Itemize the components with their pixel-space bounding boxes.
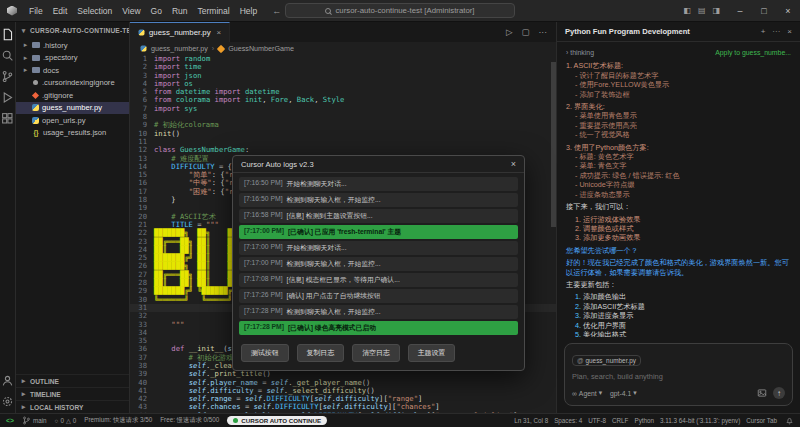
menu-file[interactable]: File bbox=[24, 4, 48, 18]
section-timeline[interactable]: ▸TIMELINE bbox=[16, 387, 129, 400]
json-file-icon: {} bbox=[32, 129, 40, 136]
menu-view[interactable]: View bbox=[117, 4, 145, 18]
menu-go[interactable]: Go bbox=[146, 4, 167, 18]
file-item-.history[interactable]: ▸.history bbox=[16, 39, 129, 52]
context-chip[interactable]: @ guess_number.py bbox=[572, 355, 641, 366]
status-3-11-3-64-bit-3-11-3-pyenv[interactable]: 3.11.3 64-bit ('3.11.3': pyenv) bbox=[660, 417, 740, 424]
log-row-10: [7:17:28 PM][已确认] 绿色高亮模式已启动 bbox=[239, 321, 518, 335]
file-item-.cursorindexingignore[interactable]: .cursorindexingignore bbox=[16, 77, 129, 90]
section-outline[interactable]: ▸OUTLINE bbox=[16, 374, 129, 387]
menu-run[interactable]: Run bbox=[167, 4, 193, 18]
log-timestamp: [7:17:26 PM] bbox=[244, 291, 283, 301]
chat-list-item: - Unicode字符点缀 bbox=[566, 180, 791, 189]
log-row-1: [7:16:50 PM]开始检测聊天对话... bbox=[239, 177, 518, 191]
file-item-open_urls.py[interactable]: open_urls.py bbox=[16, 114, 129, 127]
close-window-button[interactable]: × bbox=[776, 0, 800, 22]
git-file-icon bbox=[32, 92, 39, 99]
apply-to-file-button[interactable]: Apply to guess_numbe... bbox=[715, 48, 791, 57]
dialog-title: Cursor Auto logs v2.3 bbox=[241, 160, 314, 169]
log-row-2: [7:16:50 PM]检测到聊天输入框，开始监控... bbox=[239, 193, 518, 207]
settings-gear-icon[interactable] bbox=[1, 394, 14, 407]
source-control-icon[interactable] bbox=[1, 69, 14, 82]
file-item-.gitignore[interactable]: .gitignore bbox=[16, 89, 129, 102]
file-item-.specstory[interactable]: ▸.specstory bbox=[16, 52, 129, 65]
log-timestamp: [7:16:50 PM] bbox=[244, 195, 283, 205]
remote-indicator[interactable]: <> bbox=[6, 417, 14, 424]
command-search[interactable]: cursor-auto-continue-test [Administrator… bbox=[285, 3, 515, 18]
toggle-panel-icon[interactable]: ◧ bbox=[683, 6, 691, 15]
code-line-10[interactable]: 10init() bbox=[130, 130, 556, 138]
chat-close-icon[interactable]: × bbox=[787, 27, 792, 36]
toggle-layout-icon[interactable]: ▤ bbox=[698, 6, 706, 15]
dialog-button-2[interactable]: 复制日志 bbox=[297, 344, 345, 362]
python-file-icon bbox=[32, 104, 39, 111]
nav-back-icon[interactable]: ← bbox=[272, 6, 281, 16]
status-ln-31-col-8[interactable]: Ln 31, Col 8 bbox=[514, 417, 548, 424]
run-debug-icon[interactable] bbox=[1, 90, 14, 103]
new-chat-icon[interactable]: + bbox=[761, 27, 766, 36]
log-timestamp: [7:17:28 PM] bbox=[244, 323, 284, 333]
file-item-docs[interactable]: ▸docs bbox=[16, 64, 129, 77]
attach-image-icon[interactable] bbox=[757, 388, 767, 399]
chevron-right-icon: ▸ bbox=[20, 390, 27, 398]
status-utf-8[interactable]: UTF-8 bbox=[588, 417, 606, 424]
search-icon[interactable] bbox=[1, 48, 14, 61]
code-line-3[interactable]: 3import json bbox=[130, 72, 556, 80]
file-item-usage_results.json[interactable]: {}usage_results.json bbox=[16, 127, 129, 140]
agent-mode-dropdown[interactable]: ∞ Agent ▾ bbox=[572, 389, 602, 397]
menu-help[interactable]: Help bbox=[235, 4, 262, 18]
menu-edit[interactable]: Edit bbox=[48, 4, 73, 18]
status-python[interactable]: Python bbox=[634, 417, 654, 424]
git-branch[interactable]: main bbox=[22, 416, 47, 425]
menu-selection[interactable]: Selection bbox=[72, 4, 117, 18]
dialog-button-4[interactable]: 主题设置 bbox=[408, 344, 456, 362]
close-tab-icon[interactable]: × bbox=[217, 28, 222, 37]
free-usage[interactable]: Free: 慢速请求 0/500 bbox=[160, 416, 219, 425]
breadcrumb-symbol[interactable]: GuessNumberGame bbox=[228, 44, 294, 53]
run-file-icon[interactable]: ▷ bbox=[506, 27, 513, 37]
maximize-button[interactable]: □ bbox=[752, 0, 776, 22]
model-dropdown[interactable]: gpt-4.1 ▾ bbox=[610, 389, 637, 397]
breadcrumb[interactable]: guess_number.py › GuessNumberGame bbox=[130, 42, 556, 55]
status-crlf[interactable]: CRLF bbox=[612, 417, 628, 424]
editor-scrollbar[interactable] bbox=[551, 55, 556, 413]
editor-more-icon[interactable]: ··· bbox=[539, 27, 548, 37]
chat-section-title: 2. 界面美化: bbox=[566, 102, 791, 111]
thinking-toggle[interactable]: › thinking bbox=[566, 48, 594, 57]
python-file-icon bbox=[32, 117, 39, 124]
tab-guess-number[interactable]: guess_number.py × bbox=[130, 22, 230, 42]
extensions-icon[interactable] bbox=[1, 111, 14, 124]
chat-more-icon[interactable]: ··· bbox=[772, 27, 780, 36]
cursor-auto-continue-toggle[interactable]: CURSOR AUTO CONTINUE bbox=[227, 416, 327, 425]
chat-input-box[interactable]: @ guess_number.py ∞ Agent ▾ gpt-4.1 ▾ ↑ bbox=[564, 343, 793, 406]
breadcrumb-file[interactable]: guess_number.py bbox=[151, 44, 208, 53]
chat-text-input[interactable] bbox=[572, 372, 785, 381]
file-label: docs bbox=[43, 66, 59, 75]
account-icon[interactable] bbox=[1, 373, 14, 386]
dialog-close-icon[interactable]: × bbox=[511, 159, 516, 169]
code-line-9[interactable]: 9# 初始化colorama bbox=[130, 121, 556, 129]
split-editor-icon[interactable]: ▢ bbox=[521, 27, 529, 37]
menu-terminal[interactable]: Terminal bbox=[193, 4, 235, 18]
explorer-root[interactable]: ▾ CURSOR-AUTO-CONTINUE-TEST bbox=[16, 22, 129, 39]
code-line-7[interactable]: 7import sys bbox=[130, 105, 556, 113]
explorer-root-label: CURSOR-AUTO-CONTINUE-TEST bbox=[30, 27, 129, 34]
file-item-guess_number.py[interactable]: guess_number.py bbox=[16, 102, 129, 115]
chat-list-item: 4. 优化用户界面 bbox=[566, 321, 791, 330]
premium-usage[interactable]: Premium: 快速请求 3/50 bbox=[84, 416, 152, 425]
problems-indicator[interactable]: ○0 △0 bbox=[55, 417, 77, 424]
status-spaces-4[interactable]: Spaces: 4 bbox=[554, 417, 582, 424]
status-cursor-tab[interactable]: Cursor Tab bbox=[746, 417, 777, 424]
files-icon[interactable] bbox=[1, 27, 14, 40]
chat-list-item: - 进度条动态显示 bbox=[566, 190, 791, 199]
dialog-header[interactable]: Cursor Auto logs v2.3 × bbox=[233, 156, 524, 173]
minimize-button[interactable]: – bbox=[728, 0, 752, 22]
toggle-sidebar-icon[interactable]: ◨ bbox=[712, 6, 720, 15]
chat-section-title: 3. 使用了Python颜色方案: bbox=[566, 143, 791, 152]
send-icon[interactable]: ↑ bbox=[773, 387, 785, 399]
notifications-bell-icon[interactable] bbox=[785, 416, 794, 426]
chevron-right-icon: ▸ bbox=[22, 54, 29, 62]
dialog-button-1[interactable]: 测试按钮 bbox=[241, 344, 289, 362]
section-local-history[interactable]: ▸LOCAL HISTORY bbox=[16, 400, 129, 413]
dialog-button-3[interactable]: 清空日志 bbox=[352, 344, 400, 362]
